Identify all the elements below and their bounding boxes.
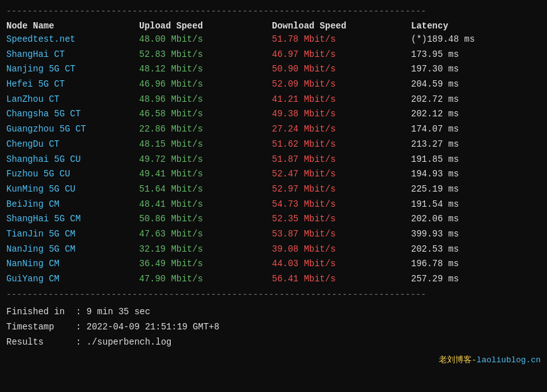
cell-download: 41.21 Mbit/s xyxy=(272,93,411,107)
table-row: LanZhou CT48.96 Mbit/s41.21 Mbit/s202.72… xyxy=(6,92,541,107)
table-row: ShangHai CT52.83 Mbit/s46.97 Mbit/s173.9… xyxy=(6,47,541,63)
cell-latency: 202.06 ms xyxy=(411,212,525,226)
cell-latency: 399.93 ms xyxy=(411,228,525,242)
cell-latency: 196.78 ms xyxy=(411,257,525,271)
cell-upload: 32.19 Mbit/s xyxy=(139,243,272,257)
cell-download: 52.09 Mbit/s xyxy=(272,78,411,92)
finished-value: : 9 min 35 sec xyxy=(76,305,541,319)
cell-latency: (*)189.48 ms xyxy=(411,33,525,47)
cell-node: GuiYang CM xyxy=(6,273,139,286)
cell-download: 52.97 Mbit/s xyxy=(272,183,411,197)
footer-results: Results : ./superbench.log xyxy=(6,334,541,350)
cell-download: 56.41 Mbit/s xyxy=(272,273,411,286)
cell-node: NanJing 5G CM xyxy=(6,243,139,257)
cell-upload: 48.00 Mbit/s xyxy=(139,33,272,47)
cell-upload: 50.86 Mbit/s xyxy=(139,212,272,226)
top-divider: ----------------------------------------… xyxy=(6,6,541,16)
main-container: ----------------------------------------… xyxy=(0,0,547,369)
table-row: Fuzhou 5G CU49.41 Mbit/s52.47 Mbit/s194.… xyxy=(6,167,541,182)
cell-upload: 22.86 Mbit/s xyxy=(139,123,272,137)
cell-latency: 202.12 ms xyxy=(411,107,525,121)
cell-latency: 197.30 ms xyxy=(411,63,525,77)
table-row: GuiYang CM47.90 Mbit/s56.41 Mbit/s257.29… xyxy=(6,272,541,287)
cell-download: 27.24 Mbit/s xyxy=(272,123,411,137)
cell-node: ChengDu CT xyxy=(6,138,139,152)
cell-upload: 36.49 Mbit/s xyxy=(139,257,272,271)
table-row: ChengDu CT48.15 Mbit/s51.62 Mbit/s213.27… xyxy=(6,137,541,152)
header-upload: Upload Speed xyxy=(139,21,272,31)
cell-upload: 48.96 Mbit/s xyxy=(139,93,272,107)
cell-latency: 202.53 ms xyxy=(411,243,525,257)
table-row: Nanjing 5G CT48.12 Mbit/s50.90 Mbit/s197… xyxy=(6,62,541,77)
cell-upload: 48.41 Mbit/s xyxy=(139,198,272,212)
cell-download: 44.03 Mbit/s xyxy=(272,257,411,271)
cell-latency: 174.07 ms xyxy=(411,123,525,137)
cell-node: BeiJing CM xyxy=(6,198,139,212)
cell-node: LanZhou CT xyxy=(6,93,139,107)
cell-download: 52.35 Mbit/s xyxy=(272,212,411,226)
table-header: Node Name Upload Speed Download Speed La… xyxy=(6,18,541,32)
timestamp-label: Timestamp xyxy=(6,320,76,334)
table-row: BeiJing CM48.41 Mbit/s54.73 Mbit/s191.54… xyxy=(6,197,541,212)
header-download: Download Speed xyxy=(272,21,411,31)
table-row: NanJing 5G CM32.19 Mbit/s39.08 Mbit/s202… xyxy=(6,242,541,257)
footer-section: Finished in : 9 min 35 sec Timestamp : 2… xyxy=(6,302,541,365)
cell-upload: 51.64 Mbit/s xyxy=(139,183,272,197)
footer-finished: Finished in : 9 min 35 sec xyxy=(6,304,541,319)
cell-download: 39.08 Mbit/s xyxy=(272,243,411,257)
cell-download: 49.38 Mbit/s xyxy=(272,107,411,121)
table-row: NanNing CM36.49 Mbit/s44.03 Mbit/s196.78… xyxy=(6,257,541,272)
cell-latency: 257.29 ms xyxy=(411,273,525,286)
header-node: Node Name xyxy=(6,21,139,31)
cell-latency: 204.59 ms xyxy=(411,78,525,92)
cell-node: KunMing 5G CU xyxy=(6,183,139,197)
timestamp-value: : 2022-04-09 21:51:19 GMT+8 xyxy=(76,320,541,334)
results-value: : ./superbench.log xyxy=(76,335,541,349)
cell-latency: 202.72 ms xyxy=(411,93,525,107)
cell-download: 51.78 Mbit/s xyxy=(272,33,411,47)
header-latency: Latency xyxy=(411,21,525,31)
cell-upload: 46.58 Mbit/s xyxy=(139,107,272,121)
cell-node: TianJin 5G CM xyxy=(6,228,139,242)
table-row: ShangHai 5G CM50.86 Mbit/s52.35 Mbit/s20… xyxy=(6,212,541,227)
cell-latency: 173.95 ms xyxy=(411,48,525,62)
cell-download: 53.87 Mbit/s xyxy=(272,228,411,242)
brand-text1: 老刘博客 xyxy=(439,355,472,365)
cell-node: ShangHai 5G CM xyxy=(6,212,139,226)
cell-upload: 47.63 Mbit/s xyxy=(139,228,272,242)
table-row: TianJin 5G CM47.63 Mbit/s53.87 Mbit/s399… xyxy=(6,227,541,242)
brand-separator: - xyxy=(472,355,477,365)
table-row: Hefei 5G CT46.96 Mbit/s52.09 Mbit/s204.5… xyxy=(6,77,541,92)
cell-node: Guangzhou 5G CT xyxy=(6,123,139,137)
cell-download: 54.73 Mbit/s xyxy=(272,198,411,212)
cell-node: ShangHai CT xyxy=(6,48,139,62)
finished-label: Finished in xyxy=(6,305,76,319)
cell-latency: 191.85 ms xyxy=(411,153,525,167)
cell-upload: 47.90 Mbit/s xyxy=(139,273,272,286)
cell-latency: 194.93 ms xyxy=(411,168,525,181)
cell-node: Speedtest.net xyxy=(6,33,139,47)
results-label: Results xyxy=(6,335,76,349)
cell-node: NanNing CM xyxy=(6,257,139,271)
cell-upload: 49.72 Mbit/s xyxy=(139,153,272,167)
table-row: Speedtest.net48.00 Mbit/s51.78 Mbit/s(*)… xyxy=(6,32,541,47)
cell-node: Shanghai 5G CU xyxy=(6,153,139,167)
cell-download: 52.47 Mbit/s xyxy=(272,168,411,181)
cell-upload: 46.96 Mbit/s xyxy=(139,78,272,92)
cell-upload: 48.15 Mbit/s xyxy=(139,138,272,152)
cell-latency: 213.27 ms xyxy=(411,138,525,152)
brand: 老刘博客-laoliublog.cn xyxy=(6,354,541,365)
cell-upload: 52.83 Mbit/s xyxy=(139,48,272,62)
cell-download: 50.90 Mbit/s xyxy=(272,63,411,77)
cell-node: Nanjing 5G CT xyxy=(6,63,139,77)
cell-upload: 49.41 Mbit/s xyxy=(139,168,272,181)
cell-node: Hefei 5G CT xyxy=(6,78,139,92)
footer-timestamp: Timestamp : 2022-04-09 21:51:19 GMT+8 xyxy=(6,319,541,334)
cell-upload: 48.12 Mbit/s xyxy=(139,63,272,77)
bottom-divider: ----------------------------------------… xyxy=(6,290,541,299)
cell-download: 51.87 Mbit/s xyxy=(272,153,411,167)
cell-latency: 225.19 ms xyxy=(411,183,525,197)
cell-download: 51.62 Mbit/s xyxy=(272,138,411,152)
table-row: Guangzhou 5G CT22.86 Mbit/s27.24 Mbit/s1… xyxy=(6,122,541,137)
table-body: Speedtest.net48.00 Mbit/s51.78 Mbit/s(*)… xyxy=(6,32,541,287)
